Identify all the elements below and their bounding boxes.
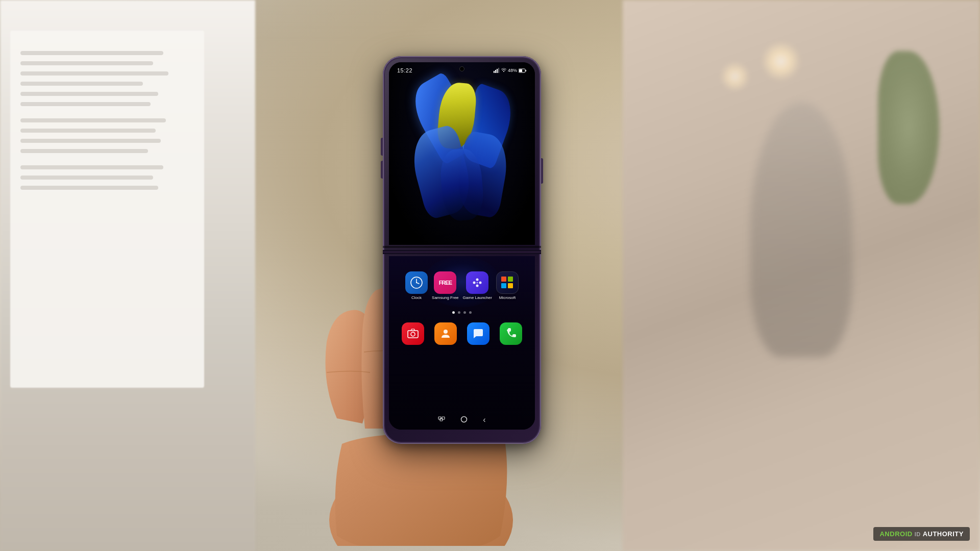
app-icons-row: Clock FREE Samsung Free (394, 271, 530, 300)
bg-line (20, 129, 156, 133)
watermark: ANDROID ID AUTHORITY (873, 527, 970, 541)
battery-icon (519, 68, 527, 73)
svg-point-12 (473, 282, 476, 284)
svg-point-13 (479, 282, 482, 284)
app-icon-microsoft[interactable]: Microsoft (496, 271, 519, 300)
watermark-separator: ID (915, 531, 921, 537)
screen-top: 15:22 (389, 62, 535, 245)
svg-rect-2 (495, 70, 496, 73)
recents-button[interactable] (438, 416, 445, 424)
bg-line (20, 118, 166, 122)
flower-petals (411, 67, 513, 220)
game-icon-svg (471, 277, 483, 289)
samsung-free-text: FREE (439, 280, 452, 286)
status-icons: 48% (494, 68, 527, 73)
samsung-free-label: Samsung Free (432, 295, 458, 300)
phone-frame-wrapper: 15:22 (311, 46, 669, 505)
svg-rect-1 (494, 71, 495, 73)
home-icon-svg (460, 416, 468, 423)
dock-row (389, 322, 535, 345)
clock-icon-bg (405, 271, 428, 294)
bg-line (20, 71, 168, 76)
svg-point-18 (411, 332, 415, 336)
phone-icon-bg (500, 322, 522, 345)
bg-line (20, 92, 158, 96)
phone-frame: 15:22 (383, 56, 541, 444)
bg-line (20, 102, 151, 106)
contacts-icon-bg (434, 322, 457, 345)
page-dot-1 (452, 311, 455, 314)
app-icon-game-launcher[interactable]: Game Launcher (463, 271, 492, 300)
bg-line (20, 82, 143, 86)
fold-shadow-top (383, 246, 541, 248)
svg-point-11 (416, 282, 417, 283)
svg-rect-4 (498, 68, 499, 73)
clock-label: Clock (411, 295, 422, 300)
svg-point-15 (476, 285, 479, 287)
hand-phone-container: 15:22 (311, 46, 669, 505)
messages-icon-bg (467, 322, 489, 345)
home-button[interactable] (460, 416, 468, 424)
background-person (750, 102, 852, 357)
status-time: 15:22 (397, 67, 412, 73)
camera-icon-bg (402, 322, 424, 345)
ms-red (501, 277, 506, 282)
contacts-icon-svg (439, 328, 452, 340)
svg-rect-6 (519, 69, 522, 72)
bg-line (20, 139, 161, 143)
game-launcher-label: Game Launcher (463, 295, 492, 300)
screen-bottom: Clock FREE Samsung Free (389, 256, 535, 430)
microsoft-grid (501, 277, 513, 289)
screen-nav-buttons: ‹ (389, 415, 535, 424)
samsung-free-icon-bg: FREE (434, 271, 456, 294)
background-lights (761, 41, 801, 82)
page-dots (452, 311, 472, 314)
svg-point-14 (476, 279, 479, 281)
background-plant (878, 51, 939, 204)
back-button[interactable]: ‹ (483, 415, 485, 424)
microsoft-icon-bg (496, 271, 519, 294)
page-dot-3 (463, 311, 466, 314)
wallpaper (389, 62, 535, 245)
bg-line (20, 165, 163, 169)
wifi-icon (501, 68, 506, 73)
bg-line (20, 176, 153, 180)
watermark-authority: AUTHORITY (923, 530, 964, 538)
svg-rect-7 (526, 70, 527, 71)
ms-blue (501, 283, 506, 288)
clock-icon-svg (409, 276, 424, 290)
dock-contacts[interactable] (434, 322, 457, 345)
messages-icon-svg (472, 328, 484, 340)
camera-hole (459, 66, 464, 71)
background-lights-2 (720, 61, 750, 92)
app-icon-clock[interactable]: Clock (405, 271, 428, 300)
page-dot-4 (469, 311, 472, 314)
power-button[interactable] (541, 158, 543, 184)
signal-icon (494, 68, 500, 73)
app-icon-samsung-free[interactable]: FREE Samsung Free (432, 271, 458, 300)
svg-point-23 (461, 416, 467, 422)
recents-icon-svg (438, 416, 445, 422)
bg-line (20, 61, 153, 65)
ms-green (508, 277, 513, 282)
watermark-android: ANDROID (879, 530, 912, 538)
microsoft-label: Microsoft (499, 295, 516, 300)
dock-phone[interactable] (500, 322, 522, 345)
svg-rect-3 (497, 69, 498, 73)
volume-up-button[interactable] (381, 138, 383, 156)
page-dot-2 (458, 311, 460, 314)
dock-camera[interactable] (402, 322, 424, 345)
svg-rect-17 (408, 331, 418, 338)
svg-point-16 (477, 282, 478, 284)
phone-icon-svg (505, 328, 517, 340)
game-launcher-icon-bg (466, 271, 488, 294)
ms-yellow (508, 283, 513, 288)
camera-icon-svg (407, 328, 419, 340)
page-background: 15:22 (0, 0, 980, 551)
background-text-lines (20, 51, 174, 196)
bg-line (20, 51, 163, 55)
volume-down-button[interactable] (381, 161, 383, 179)
dock-messages[interactable] (467, 322, 489, 345)
fold-line (383, 250, 541, 254)
bg-line (20, 149, 148, 153)
